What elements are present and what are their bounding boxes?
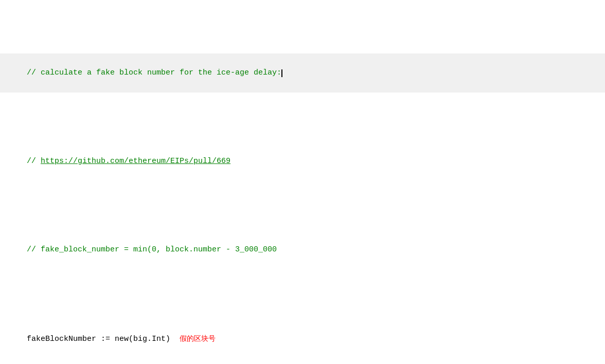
code-line-2: // https://github.com/ethereum/EIPs/pull… — [0, 142, 605, 181]
code-line-3: // fake_block_number = min(0, block.numb… — [0, 231, 605, 270]
comment-prefix-2: // — [27, 157, 41, 166]
annotation-4: 假的区块号 — [180, 334, 216, 342]
code-text-4: fakeBlockNumber := new(big.Int) — [27, 335, 170, 343]
comment-text-1: // calculate a fake block number for the… — [27, 68, 281, 77]
cursor — [281, 69, 282, 77]
code-container: // calculate a fake block number for the… — [0, 0, 605, 364]
code-line-4: fakeBlockNumber := new(big.Int) 假的区块号 — [0, 319, 605, 359]
comment-text-3: // fake_block_number = min(0, block.numb… — [27, 245, 277, 254]
code-line-1: // calculate a fake block number for the… — [0, 53, 605, 93]
comment-link-2[interactable]: https://github.com/ethereum/EIPs/pull/66… — [41, 157, 230, 166]
